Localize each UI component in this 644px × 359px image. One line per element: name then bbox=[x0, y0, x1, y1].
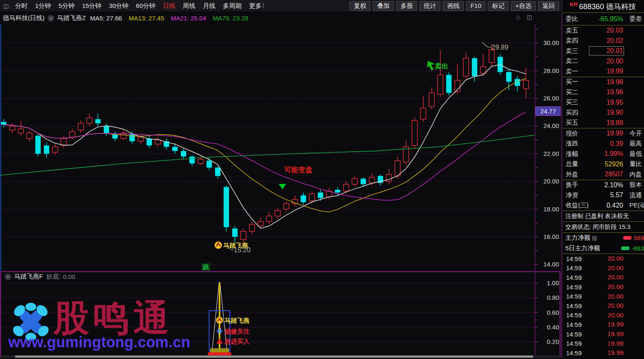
period-tab[interactable]: 日线 bbox=[159, 2, 179, 10]
period-tab[interactable]: 15分钟 bbox=[78, 2, 105, 10]
candle-down bbox=[446, 75, 452, 93]
info-row: 总量52926量比 bbox=[563, 159, 644, 170]
info-value: 19.99 bbox=[590, 130, 623, 137]
info-label: 外盘 bbox=[566, 171, 590, 178]
weibi-value: -65.95% bbox=[590, 15, 623, 23]
quote-info: 现价19.99今开涨跌0.39最高涨幅1.99%最低总量52926量比外盘285… bbox=[563, 128, 644, 211]
maximize-icon[interactable]: ◫ bbox=[527, 14, 532, 20]
bid-row[interactable]: 买三19.95 bbox=[563, 98, 644, 108]
possible-reversal-label: 可能变盘 bbox=[284, 166, 312, 174]
info-row: 涨幅1.99%最低 bbox=[563, 149, 644, 159]
candle-down bbox=[35, 136, 41, 154]
info-value: 28507 bbox=[590, 171, 623, 178]
candle-up bbox=[87, 118, 92, 123]
period-tab[interactable]: 60分钟 bbox=[132, 2, 159, 10]
ask-label: 卖五 bbox=[566, 27, 590, 35]
bid-row[interactable]: 买二19.96 bbox=[563, 87, 644, 98]
indicator-name[interactable]: 马踏飞燕Z bbox=[57, 14, 86, 22]
period-tab[interactable]: 1分钟 bbox=[31, 2, 55, 10]
candle-up bbox=[198, 159, 203, 163]
ask-row[interactable]: 卖一19.99 bbox=[563, 66, 644, 77]
tick-time: 14:59 bbox=[566, 311, 590, 319]
candle-up bbox=[309, 194, 315, 201]
toolbar-button[interactable]: 多股 bbox=[396, 1, 417, 11]
main-candlestick-chart[interactable]: 30.0028.0026.0024.0022.0020.0018.0016.00… bbox=[0, 24, 561, 271]
chevron-down-icon[interactable]: ∨ bbox=[5, 274, 11, 280]
info-label: 换手 bbox=[566, 181, 590, 189]
info-row: 外盘28507内盘 bbox=[563, 169, 644, 180]
period-tab[interactable]: 更多〉 bbox=[245, 2, 272, 10]
period-tab[interactable]: 30分钟 bbox=[105, 2, 132, 10]
info-value: 2.10% bbox=[590, 181, 623, 189]
tick-time: 14:59 bbox=[566, 349, 590, 356]
candle-down bbox=[95, 119, 101, 123]
flow5-row[interactable]: 5日主力净额 -863 bbox=[563, 243, 644, 254]
sub-chart-header: ∨ 马踏飞燕F 妖底: 0.00 bbox=[2, 273, 75, 281]
info-label: 涨幅 bbox=[566, 150, 590, 158]
time-sales-row: 14:5919.99 bbox=[563, 339, 644, 348]
toolbar-button[interactable]: F10 bbox=[466, 1, 485, 11]
info-right-label: 流通 bbox=[623, 191, 644, 199]
period-tabs: 分时1分钟5分钟15分钟30分钟60分钟日线周线月线多周期更多〉 bbox=[11, 2, 272, 10]
ma-legend: MA5: 27.66MA13: 27.45MA21: 25.04MA75: 23… bbox=[90, 15, 248, 22]
time-sales-row: 14:5920.00 bbox=[563, 311, 644, 320]
candle-up bbox=[52, 147, 58, 152]
sub-indicator-name[interactable]: 马踏飞燕F bbox=[14, 273, 43, 281]
period-tab[interactable]: 5分钟 bbox=[55, 2, 78, 10]
flow-bar-red bbox=[623, 236, 632, 240]
info-label: 涨跌 bbox=[566, 140, 590, 148]
window-icon[interactable]: ◫ bbox=[3, 3, 9, 9]
diamond-icon[interactable]: ◇ bbox=[516, 14, 521, 21]
bid-row[interactable]: 买四19.90 bbox=[563, 108, 644, 118]
candles bbox=[1, 45, 529, 248]
toolbar-button[interactable]: 返回 bbox=[538, 1, 559, 11]
ask-row[interactable]: 卖五20.03 bbox=[563, 25, 644, 36]
chart-title: 德马科技(日线) bbox=[3, 14, 45, 22]
scrollbar-thumb[interactable] bbox=[15, 356, 533, 358]
weicha-label: 委差 bbox=[623, 15, 644, 23]
ask-row[interactable]: 卖二20.00 bbox=[563, 56, 644, 67]
tick-price: 19.99 bbox=[590, 340, 624, 347]
main-flow-row[interactable]: 主力净额 ▤ 569 bbox=[563, 233, 644, 243]
signal-label: 稳健关注 bbox=[224, 328, 250, 335]
info-label: 净资 bbox=[566, 191, 590, 199]
candle-up bbox=[241, 231, 246, 240]
bid-label: 买一 bbox=[566, 78, 590, 86]
tick-price: 20.00 bbox=[590, 264, 624, 272]
period-tab[interactable]: 月线 bbox=[199, 2, 219, 10]
sub-chart-signals: 马踏飞燕稳健关注急进买入 bbox=[0, 271, 561, 359]
toolbar-button[interactable]: 叠加 bbox=[373, 1, 394, 11]
sub-field-label: 妖底: bbox=[46, 273, 60, 281]
candle-up bbox=[386, 175, 392, 182]
period-tab[interactable]: 多周期 bbox=[219, 2, 245, 10]
period-tab[interactable]: 周线 bbox=[179, 2, 199, 10]
tick-time: 14:59 bbox=[566, 274, 590, 281]
stock-code-name[interactable]: 688360 德马科技 bbox=[579, 2, 636, 12]
toolbar-button[interactable]: 画线 bbox=[443, 1, 464, 11]
toolbar-button[interactable]: 统计 bbox=[419, 1, 440, 11]
info-value: 1.99% bbox=[590, 150, 623, 158]
candle-up bbox=[412, 121, 417, 146]
ask-row[interactable]: 卖三20.01 bbox=[563, 46, 644, 56]
toolbar-button[interactable]: 复权 bbox=[349, 1, 370, 11]
period-tab[interactable]: 分时 bbox=[11, 2, 31, 10]
toolbar-button[interactable]: 标记 bbox=[488, 1, 509, 11]
bid-row[interactable]: 买一19.98 bbox=[563, 77, 644, 88]
bid-row[interactable]: 买五19.89 bbox=[563, 118, 644, 128]
info-row: 涨跌0.39最高 bbox=[563, 139, 644, 149]
ask-row[interactable]: 卖四20.02 bbox=[563, 36, 644, 46]
time-sales-row: 15:0019.99 bbox=[563, 358, 644, 359]
y-axis-label: 22.00 bbox=[543, 150, 559, 157]
candle-up bbox=[523, 80, 529, 89]
time-sales-row: 14:5920.00 bbox=[563, 273, 644, 282]
info-value: 0.420 bbox=[590, 202, 623, 209]
time-sales-list[interactable]: 14:5920.0014:5920.0014:5920.0014:5920.00… bbox=[563, 254, 644, 359]
toolbar-button[interactable]: +自选 bbox=[511, 1, 536, 11]
bid-label: 买三 bbox=[566, 98, 590, 106]
y-axis-label: 24.00 bbox=[543, 122, 559, 129]
weibi-row: 委比 -65.95% 委差 bbox=[563, 13, 644, 25]
main-flow-label: 主力净额 bbox=[565, 234, 590, 242]
candle-down bbox=[215, 168, 220, 176]
ask-price: 19.99 bbox=[590, 68, 623, 75]
chevron-down-icon[interactable]: ∨ bbox=[47, 15, 54, 22]
